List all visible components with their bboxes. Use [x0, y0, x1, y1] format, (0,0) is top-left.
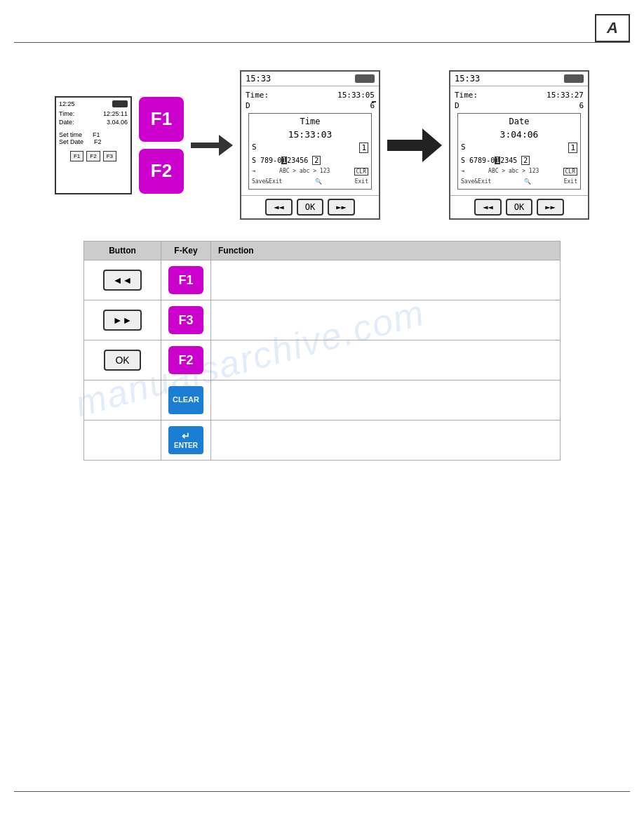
scr1-nav-ok[interactable]: OK — [297, 199, 323, 216]
scr2-kbd-clr: CLR — [563, 168, 577, 176]
next-button[interactable]: ►► — [103, 310, 142, 331]
table-row: ◄◄ F1 — [84, 260, 561, 300]
scr2-dialog-title: Date — [461, 117, 577, 126]
small-set-date-key: F2 — [94, 138, 102, 145]
table-row: OK F2 — [84, 340, 561, 380]
row4-btn-cell — [84, 380, 161, 421]
scr2-date-line: D 6 — [455, 101, 584, 110]
row1-fkey-cell: F1 — [161, 260, 211, 300]
small-dev-buttons: F1 F2 F3 — [59, 151, 128, 161]
small-set-time: Set time — [59, 131, 82, 138]
screen1: 15:33 Time: 15:33:05 D 6 Time 15:33 — [240, 70, 380, 220]
small-time-value: 12:25:11 — [103, 110, 128, 117]
small-date-value: 3.04.06 — [107, 119, 128, 126]
row2-fkey-cell: F3 — [161, 300, 211, 340]
scr2-s1-suffix: 1 — [568, 143, 577, 153]
small-device-screen: 12:25 Time: 12:25:11 Date: 3.04.06 Set t… — [55, 96, 132, 194]
scr2-nav-ok[interactable]: OK — [506, 199, 532, 216]
scr2-kbd-tab: ⇥ — [461, 168, 464, 176]
scr1-kbd-clr: CLR — [354, 168, 368, 176]
f2-large-button[interactable]: F2 — [139, 149, 184, 194]
scr2-kbd-abc: ABC > abc > 123 — [488, 168, 539, 176]
scr1-nav-next[interactable]: ►► — [328, 199, 354, 216]
scr1-s1-suffix: 1 — [359, 143, 368, 153]
scr1-body: Time: 15:33:05 D 6 Time 15:33:03 S 1 — [241, 86, 379, 195]
scr1-search-icon: 🔍 — [315, 178, 322, 185]
scr2-dialog: Date 3:04:06 S 1 S 6789-0 1 2345 2 — [457, 113, 581, 190]
scr2-nav-next[interactable]: ►► — [537, 199, 563, 216]
small-dev-clock: 12:25 — [59, 100, 75, 107]
scr1-dialog: Time 15:33:03 S 1 S 789-0 1 23456 2 — [248, 113, 372, 190]
scr1-date-suffix: 6 — [370, 101, 375, 110]
scr2-s1-prefix: S — [461, 143, 466, 153]
table-row: CLEAR — [84, 380, 561, 421]
scr1-dialog-title: Time — [252, 117, 368, 126]
row1-desc-cell — [211, 260, 561, 300]
main-content: 12:25 Time: 12:25:11 Date: 3.04.06 Set t… — [14, 56, 630, 475]
scr1-kbd-abc: ABC > abc > 123 — [279, 168, 330, 176]
scr2-s2-suffix: 2 — [521, 156, 530, 165]
row4-fkey-cell: CLEAR — [161, 380, 211, 421]
scr1-save-exit: Save&Exit — [252, 178, 282, 185]
prev-button[interactable]: ◄◄ — [103, 270, 142, 291]
scr2-s2-prefix: S — [461, 157, 465, 164]
f1-large-button[interactable]: F1 — [139, 97, 184, 142]
small-set-time-key: F1 — [93, 131, 100, 138]
f1-table-button[interactable]: F1 — [168, 266, 203, 294]
scr1-s2-prefix: S — [252, 157, 256, 164]
scr2-input-row: S 6789-0 1 2345 2 — [461, 154, 577, 166]
scr2-dialog-time: 3:04:06 — [461, 129, 577, 140]
scr1-kbd-row: ⇥ ABC > abc > 123 CLR — [252, 166, 368, 177]
scr2-date-suffix: 6 — [579, 101, 584, 110]
small-date-label: Date: — [59, 119, 74, 126]
scr1-save-row: Save&Exit 🔍 Exit — [252, 177, 368, 186]
scr1-date-line: D 6 — [246, 101, 375, 110]
scr2-save-exit: Save&Exit — [461, 178, 491, 185]
scr1-side-num — [372, 101, 376, 102]
small-set-date: Set Date — [59, 138, 83, 145]
small-dev-header: 12:25 — [59, 100, 128, 107]
small-f3-btn: F3 — [103, 151, 116, 161]
scr1-s1-line: S 1 — [252, 143, 368, 153]
enter-button[interactable]: ↵ ENTER — [168, 426, 203, 454]
table-section: Button F-Key Function ◄◄ F1 — [83, 241, 561, 461]
row3-desc-cell — [211, 340, 561, 380]
scr1-input-text: 789-0 — [260, 157, 281, 164]
corner-logo: A — [595, 14, 630, 42]
arrow-head — [422, 128, 442, 162]
small-f2-btn: F2 — [86, 151, 100, 161]
arrow-right-first — [191, 135, 233, 156]
small-date-row: Date: 3.04.06 — [59, 119, 128, 126]
row5-desc-cell — [211, 421, 561, 461]
row2-btn-cell: ►► — [84, 300, 161, 340]
row3-btn-cell: OK — [84, 340, 161, 380]
clear-label: CLEAR — [173, 395, 199, 404]
scr1-nav-prev[interactable]: ◄◄ — [265, 199, 292, 216]
f3-table-button[interactable]: F3 — [168, 306, 203, 334]
scr2-s1-line: S 1 — [461, 143, 577, 153]
scr2-body: Time: 15:33:27 D 6 Date 3:04:06 S 1 S — [450, 86, 588, 195]
row4-desc-cell — [211, 380, 561, 421]
scr2-nav: ◄◄ OK ►► — [450, 195, 588, 218]
small-battery-icon — [112, 100, 128, 107]
scr2-header: 15:33 — [450, 72, 588, 86]
clear-button[interactable]: CLEAR — [168, 386, 203, 414]
scr2-exit: Exit — [564, 178, 577, 185]
scr2-nav-prev[interactable]: ◄◄ — [474, 199, 501, 216]
ok-button[interactable]: OK — [104, 350, 140, 371]
f2-table-button[interactable]: F2 — [168, 346, 203, 374]
scr2-input-text: 6789-0 — [469, 157, 495, 164]
scr2-time-value: 15:33:27 — [546, 91, 584, 100]
scr1-clock: 15:33 — [246, 74, 271, 84]
scr2-kbd-row: ⇥ ABC > abc > 123 CLR — [461, 166, 577, 177]
scr1-kbd-tab: ⇥ — [252, 168, 255, 176]
scr1-input-rest: 23456 — [287, 157, 308, 164]
col-header-fkey: F-Key — [161, 241, 211, 260]
row1-btn-cell: ◄◄ — [84, 260, 161, 300]
scr2-input-rest: 2345 — [500, 157, 517, 164]
small-time-label: Time: — [59, 110, 74, 117]
table-row: ►► F3 — [84, 300, 561, 340]
scr1-s1-prefix: S — [252, 143, 257, 153]
arrow-body — [387, 140, 422, 151]
diagram-section: 12:25 Time: 12:25:11 Date: 3.04.06 Set t… — [14, 70, 630, 220]
